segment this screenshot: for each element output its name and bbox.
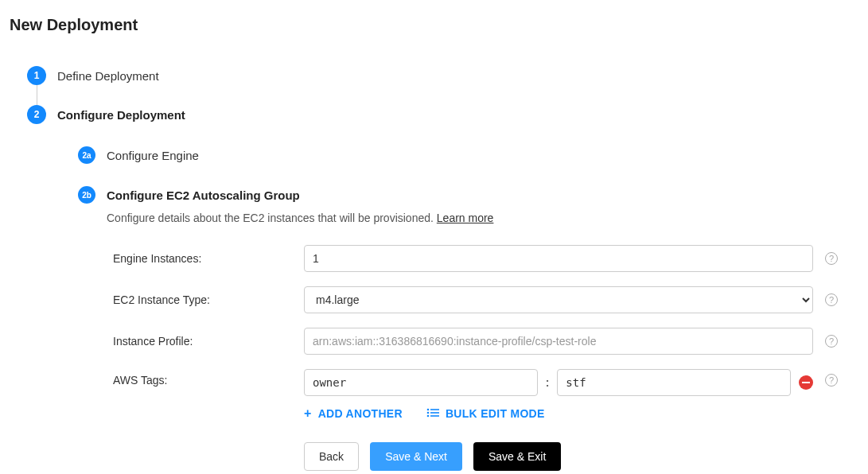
engine-instances-input[interactable]	[304, 245, 813, 272]
tag-separator: :	[546, 376, 550, 389]
row-ec2-instance-type: EC2 Instance Type: m4.large ?	[107, 286, 858, 313]
label-aws-tags: AWS Tags:	[107, 369, 298, 387]
step-configure-deployment: 2 Configure Deployment 2a Configure Engi…	[27, 105, 858, 474]
step-badge-2: 2	[27, 105, 46, 124]
substep-label: Configure EC2 Autoscaling Group	[107, 188, 300, 202]
svg-rect-6	[430, 415, 439, 417]
aws-tag-value-input[interactable]	[557, 369, 791, 396]
help-icon[interactable]: ?	[825, 293, 838, 306]
step-header[interactable]: 1 Define Deployment	[27, 66, 858, 85]
learn-more-link[interactable]: Learn more	[437, 212, 494, 224]
row-aws-tags: AWS Tags: :	[107, 369, 858, 471]
aws-tag-key-input[interactable]	[304, 369, 538, 396]
substep-configure-ec2-autoscaling: 2b Configure EC2 Autoscaling Group Confi…	[78, 186, 858, 474]
back-button[interactable]: Back	[304, 442, 359, 471]
label-instance-profile: Instance Profile:	[107, 335, 298, 348]
step-badge-1: 1	[27, 66, 46, 85]
plus-icon: +	[304, 407, 312, 420]
help-icon[interactable]: ?	[825, 252, 838, 265]
wizard-stepper: 1 Define Deployment 2 Configure Deployme…	[27, 66, 858, 474]
help-icon[interactable]: ?	[825, 374, 838, 387]
substep-header[interactable]: 2b Configure EC2 Autoscaling Group	[78, 186, 858, 204]
step-header[interactable]: 2 Configure Deployment	[27, 105, 858, 124]
row-engine-instances: Engine Instances: ?	[107, 245, 858, 272]
list-icon	[426, 407, 439, 420]
bulk-edit-label: BULK EDIT MODE	[446, 407, 545, 420]
svg-rect-0	[802, 382, 810, 383]
svg-rect-2	[430, 409, 439, 410]
save-exit-button[interactable]: Save & Exit	[473, 442, 561, 471]
page-title: New Deployment	[10, 16, 858, 34]
ec2-instance-type-select[interactable]: m4.large	[304, 286, 813, 313]
svg-point-3	[427, 412, 430, 414]
substep-configure-engine: 2a Configure Engine	[78, 146, 858, 186]
substep-badge-2b: 2b	[78, 186, 95, 204]
step-define-deployment: 1 Define Deployment	[27, 66, 858, 105]
svg-point-1	[427, 409, 430, 411]
help-icon[interactable]: ?	[825, 335, 838, 348]
instance-profile-input[interactable]	[304, 328, 813, 355]
save-next-button[interactable]: Save & Next	[370, 442, 462, 471]
add-another-button[interactable]: + ADD ANOTHER	[304, 407, 403, 420]
label-engine-instances: Engine Instances:	[107, 252, 298, 265]
form-area: Engine Instances: ? EC2 Instance Type:	[107, 245, 858, 471]
svg-rect-4	[430, 412, 439, 414]
button-row: Back Save & Next Save & Exit	[304, 442, 813, 471]
add-another-label: ADD ANOTHER	[318, 407, 403, 420]
substep-description: Configure details about the EC2 instance…	[107, 212, 858, 224]
step-label: Configure Deployment	[57, 108, 185, 122]
minus-icon	[802, 382, 810, 383]
label-ec2-instance-type: EC2 Instance Type:	[107, 293, 298, 306]
step-label: Define Deployment	[57, 69, 159, 83]
substep-desc-text: Configure details about the EC2 instance…	[107, 212, 437, 224]
row-instance-profile: Instance Profile: ?	[107, 328, 858, 355]
svg-point-5	[427, 415, 430, 418]
substep-label: Configure Engine	[107, 149, 199, 162]
bulk-edit-button[interactable]: BULK EDIT MODE	[426, 407, 545, 420]
substep-header[interactable]: 2a Configure Engine	[78, 146, 858, 164]
remove-tag-button[interactable]	[799, 375, 813, 390]
substep-badge-2a: 2a	[78, 146, 95, 164]
